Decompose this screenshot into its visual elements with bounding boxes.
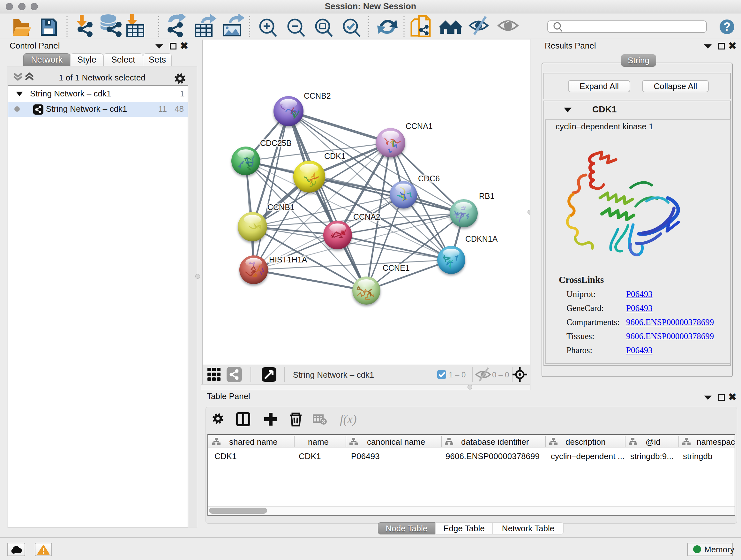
svg-text:String Network – cdk1: String Network – cdk1 — [293, 370, 374, 380]
svg-text:CDC25B: CDC25B — [260, 138, 292, 147]
svg-text:CDC6: CDC6 — [418, 174, 440, 183]
svg-text:1 – 0: 1 – 0 — [449, 370, 466, 379]
svg-text:HIST1H1A: HIST1H1A — [269, 255, 307, 264]
svg-text:f(x): f(x) — [340, 413, 357, 426]
svg-text:CCNB2: CCNB2 — [304, 91, 331, 100]
svg-text:0 – 0: 0 – 0 — [492, 370, 509, 379]
svg-text:CCNA1: CCNA1 — [406, 122, 433, 131]
svg-text:?: ? — [724, 20, 731, 33]
svg-text:RB1: RB1 — [479, 192, 495, 200]
svg-text:CCNB1: CCNB1 — [267, 203, 294, 212]
svg-text:CCNA2: CCNA2 — [353, 212, 381, 221]
svg-text:CDKN1A: CDKN1A — [465, 234, 498, 243]
svg-text:CCNE1: CCNE1 — [383, 263, 410, 272]
svg-text:CDK1: CDK1 — [324, 152, 346, 161]
